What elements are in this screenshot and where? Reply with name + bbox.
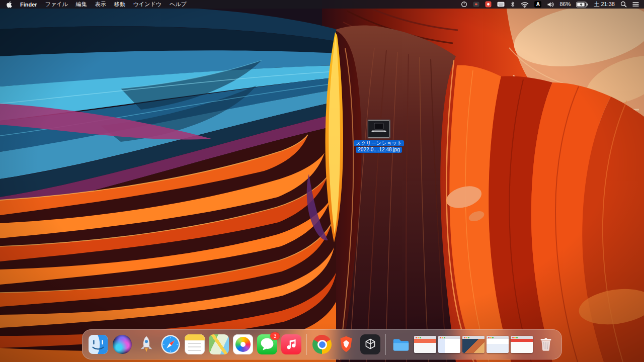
menu-list-icon[interactable]	[632, 2, 639, 7]
menu-app-name[interactable]: Finder	[20, 2, 37, 8]
dock-siri[interactable]	[111, 333, 133, 355]
image-file-thumbnail[interactable]	[368, 120, 390, 138]
messages-badge: 3	[270, 332, 280, 340]
clock[interactable]: 土 21:38	[594, 0, 615, 9]
battery-icon[interactable]	[576, 2, 588, 8]
dock-separator	[306, 334, 307, 355]
apple-menu[interactable]	[6, 1, 12, 8]
music-note-icon	[281, 334, 301, 354]
notes-icon	[185, 334, 205, 354]
apple-icon	[6, 1, 12, 8]
spotlight-icon[interactable]	[620, 1, 627, 8]
chrome-icon	[312, 335, 332, 354]
dock-messages[interactable]: 3	[256, 333, 278, 355]
unity-cube-icon	[360, 334, 380, 354]
dock-brave[interactable]	[335, 333, 357, 355]
menu-window[interactable]: ウインドウ	[133, 1, 162, 8]
dock-separator	[385, 334, 386, 355]
dock-music[interactable]	[280, 333, 302, 355]
menu-bar-status: A 86% 土 21:38	[461, 0, 644, 9]
brave-lion-icon	[336, 334, 356, 354]
dock-safari[interactable]	[159, 333, 182, 355]
dock-chrome[interactable]	[311, 333, 333, 355]
battery-percent: 86%	[559, 0, 571, 9]
dock-minimized-window-1[interactable]	[414, 336, 436, 353]
menu-help[interactable]: ヘルプ	[170, 1, 187, 8]
screen-recorder-icon[interactable]	[473, 1, 479, 8]
input-source-badge[interactable]: A	[534, 1, 541, 8]
menu-edit[interactable]: 編集	[76, 1, 87, 8]
maps-icon	[209, 334, 229, 354]
file-label-line2: 2022-0....12.48.jpg	[356, 147, 401, 153]
dock: 3	[82, 329, 562, 359]
menu-view[interactable]: 表示	[95, 1, 106, 8]
gauge-icon[interactable]	[461, 1, 467, 8]
bluetooth-icon[interactable]	[510, 1, 515, 8]
desktop-wallpaper	[0, 0, 644, 362]
dock-minimized-window-3[interactable]	[462, 336, 485, 353]
photos-flower-icon	[233, 334, 253, 354]
dock-unity-hub[interactable]	[359, 333, 381, 355]
menu-go[interactable]: 移動	[114, 1, 125, 8]
menu-file[interactable]: ファイル	[45, 1, 68, 8]
dock-trash[interactable]	[535, 333, 557, 355]
trash-icon	[536, 334, 556, 354]
dock-maps[interactable]	[208, 333, 230, 355]
desktop-file-screenshot[interactable]: スクリーンショット 2022-0....12.48.jpg	[352, 120, 406, 153]
red-app-icon[interactable]	[485, 1, 492, 8]
laptop-photo-icon	[368, 121, 389, 137]
menu-bar: Finder ファイル 編集 表示 移動 ウインドウ ヘルプ A 86%	[0, 0, 644, 9]
safari-compass-icon	[160, 334, 181, 354]
dock-photos[interactable]	[232, 333, 254, 355]
dock-minimized-window-4[interactable]	[487, 336, 509, 353]
keyboard-icon[interactable]	[497, 2, 505, 7]
dock-notes[interactable]	[184, 333, 206, 355]
file-label[interactable]: スクリーンショット 2022-0....12.48.jpg	[352, 140, 406, 153]
volume-icon[interactable]	[547, 2, 554, 8]
dock-launchpad[interactable]	[135, 333, 157, 355]
dock-minimized-window-2[interactable]	[438, 336, 460, 353]
menu-bar-left: Finder ファイル 編集 表示 移動 ウインドウ ヘルプ	[0, 1, 187, 8]
dock-minimized-window-5[interactable]	[511, 336, 533, 353]
launchpad-rocket-icon	[136, 334, 156, 354]
folder-icon	[391, 334, 411, 354]
siri-icon	[113, 335, 132, 354]
wallpaper-art	[0, 0, 644, 362]
dock-downloads-folder[interactable]	[390, 333, 412, 355]
dock-finder[interactable]	[87, 333, 109, 355]
wifi-icon[interactable]	[521, 2, 529, 8]
finder-icon	[88, 334, 108, 354]
file-label-line1: スクリーンショット	[354, 140, 404, 146]
